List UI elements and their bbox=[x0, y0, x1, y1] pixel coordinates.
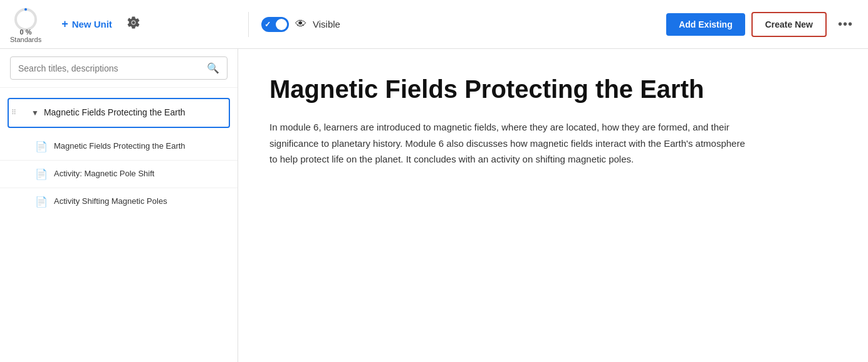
tree-children: 📄 Magnetic Fields Protecting the Earth 📄… bbox=[0, 133, 238, 215]
toggle-thumb bbox=[276, 19, 287, 30]
child-title: Activity Shifting Magnetic Poles bbox=[54, 196, 167, 207]
settings-button[interactable] bbox=[122, 11, 145, 37]
progress-circle: 0 % Standards bbox=[10, 6, 41, 43]
new-unit-label: New Unit bbox=[72, 19, 112, 29]
document-icon: 📄 bbox=[35, 168, 48, 180]
gear-icon bbox=[127, 16, 140, 29]
chevron-down-icon: ▼ bbox=[31, 109, 39, 117]
main-panel: Magnetic Fields Protecting the Earth In … bbox=[238, 49, 868, 362]
search-wrapper: 🔍 bbox=[10, 56, 227, 80]
content-description: In module 6, learners are introduced to … bbox=[269, 119, 746, 168]
create-new-button[interactable]: Create New bbox=[751, 12, 827, 37]
tree-container: ⠿ ▼ Magnetic Fields Protecting the Earth… bbox=[0, 88, 238, 362]
child-title: Activity: Magnetic Pole Shift bbox=[54, 168, 154, 179]
add-existing-button[interactable]: Add Existing bbox=[666, 13, 745, 36]
list-item[interactable]: 📄 Magnetic Fields Protecting the Earth bbox=[0, 133, 238, 161]
list-item[interactable]: 📄 Activity Shifting Magnetic Poles bbox=[0, 188, 238, 215]
child-title: Magnetic Fields Protecting the Earth bbox=[54, 141, 186, 152]
visible-label: Visible bbox=[313, 19, 340, 29]
svg-point-0 bbox=[16, 9, 36, 29]
visible-section: ✓ 👁 Visible bbox=[261, 17, 666, 32]
progress-label: Standards bbox=[10, 36, 41, 43]
action-buttons: Add Existing Create New ••• bbox=[666, 12, 858, 37]
plus-icon: + bbox=[61, 18, 68, 31]
unit-item[interactable]: ⠿ ▼ Magnetic Fields Protecting the Earth bbox=[8, 98, 230, 128]
document-icon: 📄 bbox=[35, 196, 48, 208]
list-item[interactable]: 📄 Activity: Magnetic Pole Shift bbox=[0, 161, 238, 188]
top-bar-left: 0 % Standards + New Unit bbox=[10, 6, 248, 43]
drag-handle-icon: ⠿ bbox=[11, 109, 16, 117]
new-unit-button[interactable]: + New Unit bbox=[54, 13, 120, 36]
toggle-check-icon: ✓ bbox=[264, 20, 271, 29]
visibility-toggle[interactable]: ✓ bbox=[261, 17, 289, 32]
top-bar-right: ✓ 👁 Visible Add Existing Create New ••• bbox=[248, 12, 858, 37]
search-icon: 🔍 bbox=[207, 62, 219, 74]
progress-percent: 0 % bbox=[10, 28, 41, 36]
more-options-button[interactable]: ••• bbox=[833, 12, 858, 36]
search-bar: 🔍 bbox=[0, 49, 238, 88]
search-input[interactable] bbox=[18, 63, 202, 73]
eye-icon: 👁 bbox=[295, 18, 306, 31]
content-title: Magnetic Fields Protecting the Earth bbox=[269, 74, 837, 104]
main-content: 🔍 ⠿ ▼ Magnetic Fields Protecting the Ear… bbox=[0, 49, 868, 362]
unit-title: Magnetic Fields Protecting the Earth bbox=[44, 107, 186, 119]
document-icon: 📄 bbox=[35, 141, 48, 152]
sidebar: 🔍 ⠿ ▼ Magnetic Fields Protecting the Ear… bbox=[0, 49, 238, 362]
top-bar: 0 % Standards + New Unit ✓ 👁 Visible bbox=[0, 0, 868, 49]
